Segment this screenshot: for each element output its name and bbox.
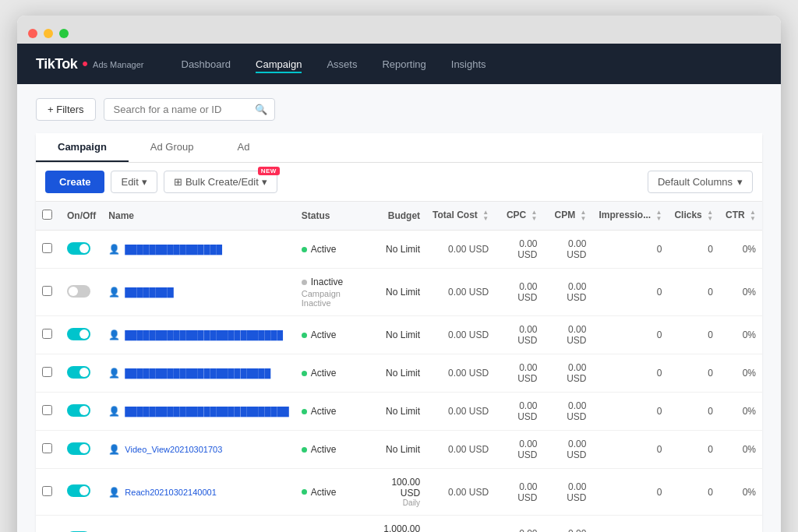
bulk-label: Bulk Create/Edit (185, 176, 259, 188)
row-impressions: 0 (592, 516, 668, 533)
nav-campaign[interactable]: Campaign (256, 55, 302, 73)
close-dot[interactable] (28, 29, 37, 38)
maximize-dot[interactable] (59, 29, 69, 38)
table-row: 👤██████████████████████████ Active No Li… (36, 316, 762, 354)
row-name-cell: 👤████████████████████████ (102, 354, 295, 393)
select-all-checkbox[interactable] (42, 210, 52, 220)
campaign-icon: 👤 (108, 368, 120, 379)
status-dot-active (302, 371, 307, 376)
row-budget-cell: No Limit (365, 269, 426, 316)
edit-button[interactable]: Edit ▾ (111, 171, 157, 193)
campaigns-table: On/Off Name Status Budget Total Cost ▲▼ … (36, 202, 762, 532)
row-cpm: 0.00 USD (543, 516, 592, 533)
bulk-create-button[interactable]: ⊞ Bulk Create/Edit ▾ NEW (164, 171, 277, 193)
table-body: 👤████████████████ Active No Limit0.00 US… (36, 231, 762, 533)
new-badge: NEW (258, 167, 280, 175)
columns-chevron-icon: ▾ (737, 176, 743, 188)
row-ctr: 0% (719, 516, 762, 533)
status-dot-active (302, 409, 307, 414)
budget-value: No Limit (386, 287, 420, 298)
budget-value: No Limit (386, 368, 420, 379)
campaign-icon: 👤 (108, 329, 120, 340)
minimize-dot[interactable] (44, 29, 53, 38)
toggle-switch[interactable] (67, 442, 90, 455)
filter-button[interactable]: + Filters (36, 98, 96, 121)
row-checkbox[interactable] (42, 243, 52, 253)
header-impressions[interactable]: Impressio... ▲▼ (592, 202, 668, 231)
campaign-name-text: ████████ (125, 287, 173, 297)
row-cpm: 0.00 USD (543, 316, 592, 354)
sort-arrows-ctr: ▲▼ (750, 210, 756, 222)
nav-insights[interactable]: Insights (451, 55, 486, 73)
nav-assets[interactable]: Assets (327, 55, 357, 73)
row-toggle-cell (61, 516, 102, 533)
campaign-name: 👤████████████████ (108, 244, 288, 255)
table-row: 👤Video_View20210301703 Active No Limit0.… (36, 431, 762, 469)
header-ctr[interactable]: CTR ▲▼ (719, 202, 762, 231)
tab-campaign[interactable]: Campaign (36, 133, 129, 162)
row-checkbox-cell (36, 316, 61, 354)
tab-adgroup[interactable]: Ad Group (129, 133, 216, 162)
toggle-switch[interactable] (67, 404, 90, 417)
budget-value: No Limit (386, 406, 420, 417)
row-checkbox[interactable] (42, 286, 52, 296)
header-cpm[interactable]: CPM ▲▼ (543, 202, 592, 231)
budget-value: No Limit (386, 244, 420, 255)
status-active: Active (302, 444, 359, 455)
status-text: Active (311, 244, 337, 255)
row-ctr: 0% (719, 354, 762, 393)
toggle-switch[interactable] (67, 366, 90, 379)
row-checkbox[interactable] (42, 443, 52, 453)
row-total-cost: 0.00 USD (426, 469, 495, 516)
sort-arrows-clicks: ▲▼ (707, 210, 713, 222)
status-dot-inactive (302, 280, 307, 285)
toggle-switch[interactable] (67, 285, 90, 298)
nav-reporting[interactable]: Reporting (382, 55, 425, 73)
row-clicks: 0 (668, 469, 719, 516)
header-cpc[interactable]: CPC ▲▼ (495, 202, 543, 231)
row-total-cost: 0.00 USD (426, 516, 495, 533)
header-total-cost[interactable]: Total Cost ▲▼ (426, 202, 495, 231)
row-impressions: 0 (592, 469, 668, 516)
header-clicks[interactable]: Clicks ▲▼ (668, 202, 719, 231)
status-text: Active (311, 406, 337, 417)
row-impressions: 0 (592, 431, 668, 469)
row-checkbox[interactable] (42, 329, 52, 339)
nav-dashboard[interactable]: Dashboard (182, 55, 231, 73)
status-active: Active (302, 487, 359, 498)
header-checkbox (36, 202, 61, 231)
row-checkbox[interactable] (42, 367, 52, 377)
row-clicks: 0 (668, 431, 719, 469)
sort-arrows-total-cost: ▲▼ (482, 210, 489, 222)
create-button[interactable]: Create (45, 171, 104, 193)
row-total-cost: 0.00 USD (426, 231, 495, 269)
row-budget-cell: 1,000.00 USDDaily (365, 516, 426, 533)
row-checkbox[interactable] (42, 486, 52, 496)
edit-label: Edit (121, 176, 138, 188)
row-cpc: 0.00 USD (495, 354, 543, 393)
row-name-cell: 👤Conversion20210301034... (102, 516, 295, 533)
table-row: 👤████████ Inactive Campaign Inactive No … (36, 269, 762, 316)
campaign-name: 👤██████████████████████████ (108, 329, 288, 340)
toggle-switch[interactable] (67, 328, 90, 340)
row-status-cell: Active (295, 231, 365, 269)
row-clicks: 0 (668, 269, 719, 316)
table-wrap: On/Off Name Status Budget Total Cost ▲▼ … (36, 202, 762, 532)
row-total-cost: 0.00 USD (426, 316, 495, 354)
table-row: 👤███████████████████████████ Active No L… (36, 393, 762, 431)
table-row: 👤████████████████████████ Active No Limi… (36, 354, 762, 393)
row-toggle-cell (61, 354, 102, 393)
columns-button[interactable]: Default Columns ▾ (648, 171, 753, 193)
budget-wrap: 1,000.00 USDDaily (372, 523, 420, 532)
row-checkbox[interactable] (42, 405, 52, 415)
campaign-icon: 👤 (108, 444, 120, 455)
row-total-cost: 0.00 USD (426, 393, 495, 431)
search-input[interactable] (104, 98, 275, 121)
toggle-switch[interactable] (67, 484, 90, 497)
row-impressions: 0 (592, 231, 668, 269)
table-row: 👤Reach20210302140001 Active 100.00 USDDa… (36, 469, 762, 516)
toggle-switch[interactable] (67, 242, 90, 255)
row-status-cell: Active (295, 393, 365, 431)
table-row: 👤████████████████ Active No Limit0.00 US… (36, 231, 762, 269)
tab-ad[interactable]: Ad (216, 133, 272, 162)
